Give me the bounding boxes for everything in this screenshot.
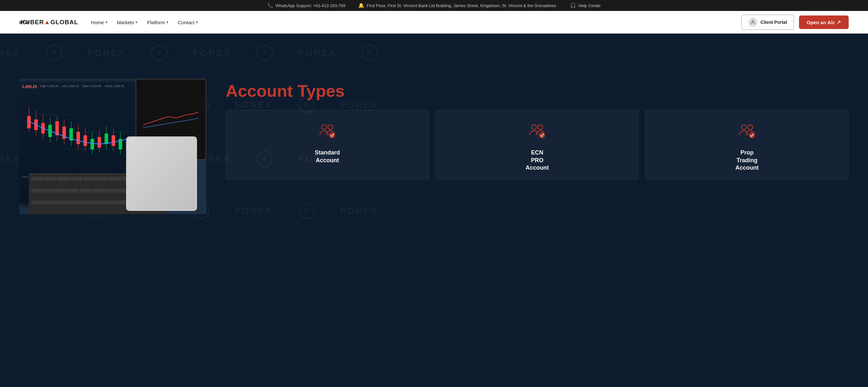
svg-point-35 <box>322 125 327 130</box>
nav-item-platform[interactable]: Platform ▾ <box>147 20 168 25</box>
chart-low-label: Low 1,004.22 <box>62 85 79 89</box>
ecn-account-card[interactable]: ECNPROAccount <box>436 110 639 180</box>
svg-rect-23 <box>84 136 87 146</box>
hero-section: FOREX ↺ FOREX ↺ FOREX ↺ FOREX ↺ ↺ FOREX … <box>0 33 868 259</box>
svg-rect-34 <box>143 103 198 136</box>
nav-item-contact[interactable]: Contact ▾ <box>178 20 198 25</box>
nav-item-home[interactable]: Home ▾ <box>91 20 107 25</box>
chart-close-label: Close 1,005.25 <box>104 85 124 89</box>
nav-item-markets[interactable]: Markets ▾ <box>117 20 137 25</box>
ecn-account-icon <box>526 120 549 143</box>
nav-home-label: Home <box>91 20 104 25</box>
wm-icon-1: ↺ <box>46 45 62 61</box>
candle-7 <box>69 121 73 146</box>
navbar-right: Client Portal Open an A/c ↗ <box>741 14 849 30</box>
account-types-title: Account Types <box>226 82 345 100</box>
wm-text-4: FOREX <box>299 48 336 58</box>
client-portal-button[interactable]: Client Portal <box>741 14 794 30</box>
ecn-account-label: ECNPROAccount <box>526 149 549 172</box>
hero-image: 1,005.25 High 1,009.00 Low 1,004.22 Open… <box>19 79 206 214</box>
open-account-label: Open an A/c <box>807 20 835 25</box>
wm-text-3: FOREX <box>193 48 230 58</box>
candle-14 <box>119 132 122 155</box>
person-icon <box>748 18 757 27</box>
prop-users-icon <box>740 125 755 138</box>
whatsapp-text: WhatsApp Support: +61-413-163-769 <box>276 3 345 8</box>
svg-rect-31 <box>112 136 115 146</box>
chart-high-label: High 1,009.00 <box>40 85 58 89</box>
whatsapp-icon: 📞 <box>267 3 273 8</box>
svg-rect-21 <box>76 132 80 144</box>
wm-text-1: FOREX <box>0 48 20 58</box>
headphones-icon: 🎧 <box>570 3 576 8</box>
svg-point-40 <box>539 132 545 138</box>
chart-price-display: 1,005.25 <box>22 85 37 89</box>
prop-trading-label: PropTradingAccount <box>736 149 759 172</box>
user-svg <box>750 19 756 25</box>
address-info: 🔔 First Floor, First St. Vincent Bank Lt… <box>358 3 557 8</box>
svg-rect-27 <box>98 137 101 148</box>
hero-image-wrapper: 1,005.25 High 1,009.00 Low 1,004.22 Open… <box>19 79 206 214</box>
candle-5 <box>56 116 59 141</box>
nav-platform-label: Platform <box>147 20 165 25</box>
key <box>106 189 118 192</box>
nav-markets-label: Markets <box>117 20 134 25</box>
home-chevron-icon: ▾ <box>105 20 107 25</box>
svg-point-38 <box>532 125 536 130</box>
standard-account-svg <box>318 122 337 141</box>
svg-point-43 <box>749 132 755 138</box>
tablet-device <box>126 137 197 211</box>
platform-chevron-icon: ▾ <box>166 20 168 25</box>
whatsapp-support: 📞 WhatsApp Support: +61-413-163-769 <box>267 3 345 8</box>
wm-icon-4: ↺ <box>362 45 378 61</box>
key <box>31 189 40 192</box>
wm-icon-3: ↺ <box>257 45 273 61</box>
key <box>70 177 83 181</box>
wm-text-9: FOREX <box>0 154 20 164</box>
prop-trading-svg <box>737 122 757 141</box>
navbar-left: KUBER KUBER▲GLOBAL Home ▾ Markets ▾ <box>19 18 198 27</box>
client-portal-label: Client Portal <box>761 20 787 25</box>
svg-point-39 <box>538 125 542 130</box>
hero-content: 1,005.25 High 1,009.00 Low 1,004.22 Open… <box>19 79 849 214</box>
logo-text: KUBER▲GLOBAL <box>21 19 79 26</box>
open-account-arrow-icon: ↗ <box>837 19 841 25</box>
key <box>41 189 53 192</box>
standard-account-card[interactable]: StandardAccount <box>226 110 429 180</box>
tablet-content <box>127 138 196 210</box>
svg-point-2 <box>752 20 754 22</box>
svg-rect-29 <box>104 133 108 144</box>
ecn-users-icon <box>530 125 545 138</box>
svg-point-41 <box>741 125 746 130</box>
help-center-link[interactable]: 🎧 Help Center <box>570 3 601 8</box>
candle-4 <box>49 118 52 142</box>
hero-right: Account Types <box>226 79 849 180</box>
ecn-account-svg <box>528 122 547 141</box>
prop-trading-icon <box>736 120 758 143</box>
key <box>57 177 70 181</box>
candle-3 <box>41 114 45 139</box>
contact-chevron-icon: ▾ <box>196 20 198 25</box>
logo[interactable]: KUBER KUBER▲GLOBAL <box>19 18 79 27</box>
wm-text-2: FOREX <box>88 48 125 58</box>
open-account-button[interactable]: Open an A/c ↗ <box>799 16 849 29</box>
nav-contact-label: Contact <box>178 20 195 25</box>
svg-point-37 <box>329 132 335 138</box>
trading-screen: 1,005.25 High 1,009.00 Low 1,004.22 Open… <box>19 79 206 214</box>
key <box>80 189 92 192</box>
key <box>96 177 108 181</box>
top-bar: 📞 WhatsApp Support: +61-413-163-769 🔔 Fi… <box>0 0 868 11</box>
key <box>93 189 105 192</box>
key <box>83 177 95 181</box>
chart-open-label: Open 1,010.00 <box>82 85 101 89</box>
prop-trading-card[interactable]: PropTradingAccount <box>645 110 849 180</box>
location-icon: 🔔 <box>358 3 364 8</box>
tablet-screen <box>127 138 196 210</box>
wm-icon-2: ↺ <box>151 45 167 61</box>
svg-point-42 <box>748 125 752 130</box>
candle-6 <box>62 120 66 144</box>
address-text: First Floor, First St. Vincent Bank Ltd … <box>367 3 557 8</box>
nav-links: Home ▾ Markets ▾ Platform ▾ Contact <box>91 20 198 25</box>
candle-2 <box>34 111 38 135</box>
svg-point-36 <box>328 125 333 130</box>
